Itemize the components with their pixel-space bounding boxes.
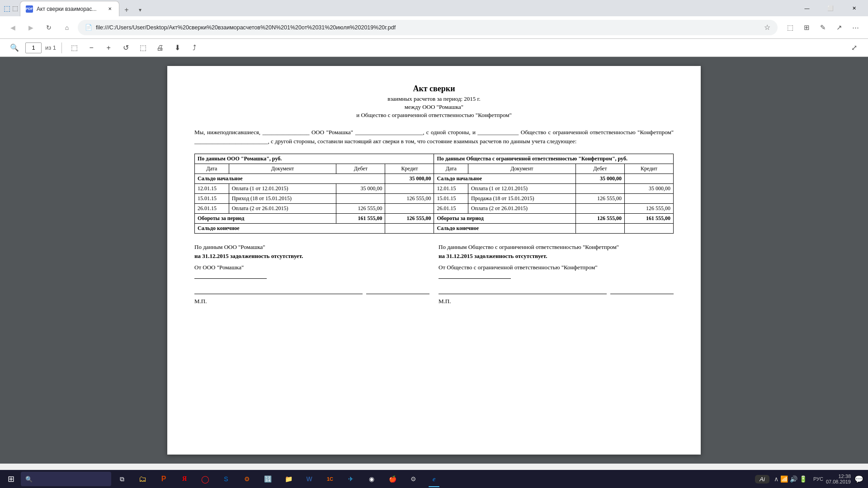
saldo-konechnoye-row: Сальдо конечное Сальдо конечное	[195, 224, 674, 234]
maximize-button[interactable]: ⬜	[820, 0, 841, 16]
ai-badge[interactable]: Ai	[755, 475, 769, 483]
taskbar-apps: ⧉ 🗂 P Я ◯ S ⚙ 🔢 📁 W 1C ✈ ◉ 🍎 ⚙ e	[112, 470, 444, 488]
browser-extension1[interactable]: ⬚	[783, 20, 797, 35]
col-left-doc: Документ	[229, 164, 336, 174]
pdf-page-input[interactable]: 1	[25, 42, 42, 53]
taskbar-battery-icon[interactable]: 🔋	[799, 475, 807, 483]
right-debet-2: 126 555,00	[576, 194, 624, 204]
browser-edit[interactable]: ✎	[816, 20, 830, 35]
browser-toolbar: ⬚ ⊞ ✎ ↗ ⋯	[783, 20, 863, 35]
tab-close-button[interactable]: ✕	[106, 5, 113, 13]
sig-left-underline1	[194, 286, 363, 294]
sig-left-org: По данным ООО "Ромашка" на 31.12.2015 за…	[194, 243, 429, 260]
refresh-button[interactable]: ↻	[42, 20, 56, 35]
pdf-download-button[interactable]: ⬇	[170, 41, 184, 55]
tab-manager-icon[interactable]: ⬚	[12, 5, 18, 12]
sig-right-from: От Общество с ограниченной ответственнос…	[439, 264, 674, 271]
taskbar-app-settings[interactable]: ⚙	[403, 470, 423, 488]
document-intro: Мы, нижеподписавшиеся, ________________ …	[194, 128, 674, 145]
taskbar-app-edge[interactable]: e	[424, 470, 444, 488]
browser-share2[interactable]: ↗	[832, 20, 846, 35]
back-button[interactable]: ◀	[5, 20, 20, 35]
taskbar-app-powerpoint[interactable]: P	[154, 470, 174, 488]
right-debet-1	[576, 184, 624, 194]
url-text: file:///C:/Users/User/Desktop/Акт%20свер…	[96, 24, 760, 31]
pdf-fit-button[interactable]: ⬚	[67, 41, 81, 55]
col-left-kredit: Кредит	[385, 164, 434, 174]
table-header-top: По данным ООО "Ромашка", руб. По данным …	[195, 154, 674, 164]
url-bar[interactable]: 📄 file:///C:/Users/User/Desktop/Акт%20св…	[78, 20, 778, 35]
home-button[interactable]: ⌂	[60, 20, 74, 35]
tab-title: Акт сверки взаиморас...	[37, 6, 103, 12]
left-debet-1: 35 000,00	[336, 184, 385, 194]
pdf-search-button[interactable]: 🔍	[7, 41, 22, 55]
taskbar-app-telegram[interactable]: ✈	[341, 470, 361, 488]
taskbar-app-calc[interactable]: 🔢	[258, 470, 278, 488]
taskbar-app-explorer[interactable]: 🗂	[133, 470, 153, 488]
sig-left-name-lines	[194, 286, 429, 294]
sig-left-signature-line	[194, 278, 267, 279]
browser-share[interactable]: ⊞	[799, 20, 814, 35]
taskbar-volume-icon[interactable]: 🔊	[790, 475, 797, 483]
taskbar-app-1c[interactable]: 1C	[320, 470, 340, 488]
minimize-button[interactable]: —	[797, 0, 817, 16]
row-oplata2: 26.01.15 Оплата (2 от 26.01.2015) 126 55…	[195, 204, 674, 214]
taskbar-language[interactable]: РУС	[811, 476, 825, 482]
col-right-debet: Дебет	[576, 164, 624, 174]
taskbar-app-word[interactable]: W	[299, 470, 319, 488]
start-button[interactable]: ⊞	[2, 470, 20, 488]
taskbar-arrow-up[interactable]: ∧	[774, 475, 778, 483]
sig-left-from: От ООО "Ромашка"	[194, 264, 429, 271]
pdf-save-button[interactable]: ⬚	[136, 41, 150, 55]
right-section-header: По данным Общества с ограниченной ответс…	[434, 154, 674, 164]
taskbar-app-unknown1[interactable]: ⚙	[237, 470, 257, 488]
right-doc-1: Оплата (1 от 12.01.2015)	[468, 184, 576, 194]
pdf-fullscreen-button[interactable]: ⤢	[847, 41, 861, 55]
taskbar-app-yandex[interactable]: Я	[175, 470, 194, 488]
document-subtitle2: между ООО "Ромашка"	[194, 103, 674, 111]
sig-right-underline1	[439, 286, 607, 294]
col-right-kredit: Кредит	[624, 164, 673, 174]
pdf-rotate-button[interactable]: ↺	[119, 41, 132, 55]
saldo-nachalnoye-row: Сальдо начальное 35 000,00 Сальдо началь…	[195, 174, 674, 184]
left-oboroty-debet: 161 555,00	[336, 214, 385, 224]
left-kredit-1	[385, 184, 434, 194]
left-oboroty-kredit: 126 555,00	[385, 214, 434, 224]
left-debet-3: 126 555,00	[336, 204, 385, 214]
taskbar-app-chrome[interactable]: ◉	[362, 470, 382, 488]
pdf-zoom-in-button[interactable]: +	[102, 41, 115, 55]
browser-more[interactable]: ⋯	[848, 20, 863, 35]
col-left-debet: Дебет	[336, 164, 385, 174]
pdf-share-button[interactable]: ⤴	[188, 41, 201, 55]
right-saldo-debet: 35 000,00	[576, 174, 624, 184]
tab-dropdown-button[interactable]: ▾	[134, 4, 146, 16]
pdf-zoom-out-button[interactable]: −	[85, 41, 98, 55]
taskbar-time[interactable]: 12:38 07.08.2019	[826, 474, 851, 484]
right-saldo-kredit	[624, 174, 673, 184]
taskbar-app-unknown2[interactable]: 🍎	[382, 470, 402, 488]
forward-button[interactable]: ▶	[24, 20, 38, 35]
pdf-print-button[interactable]: 🖨	[153, 41, 167, 55]
pdf-content-area[interactable]: Акт сверки взаимных расчетов за период: …	[0, 57, 868, 464]
bookmark-icon[interactable]: ☆	[764, 23, 770, 32]
taskbar-app-taskview[interactable]: ⧉	[112, 470, 132, 488]
document-subtitle1: взаимных расчетов за период: 2015 г.	[194, 95, 674, 103]
new-tab-button[interactable]: +	[120, 4, 133, 16]
taskbar-search-icon: 🔍	[25, 476, 33, 483]
taskbar-app-skype[interactable]: S	[216, 470, 236, 488]
left-kredit-3	[385, 204, 434, 214]
left-saldo-label: Сальдо начальное	[195, 174, 385, 184]
taskbar-notification-button[interactable]: 💬	[852, 470, 866, 488]
active-tab[interactable]: PDF Акт сверки взаиморас... ✕	[20, 1, 119, 16]
taskbar-app-opera[interactable]: ◯	[195, 470, 215, 488]
right-date-2: 15.01.15	[434, 194, 468, 204]
close-button[interactable]: ✕	[844, 0, 864, 16]
taskbar-search[interactable]: 🔍	[21, 472, 111, 486]
row-prihod18: 15.01.15 Приход (18 от 15.01.2015) 126 5…	[195, 194, 674, 204]
taskbar-network-icon[interactable]: 📶	[780, 475, 788, 483]
col-left-date: Дата	[195, 164, 229, 174]
taskbar-app-files[interactable]: 📁	[278, 470, 298, 488]
right-oboroty-kredit: 161 555,00	[624, 214, 673, 224]
right-kredit-3: 126 555,00	[624, 204, 673, 214]
right-saldo-label: Сальдо начальное	[434, 174, 576, 184]
